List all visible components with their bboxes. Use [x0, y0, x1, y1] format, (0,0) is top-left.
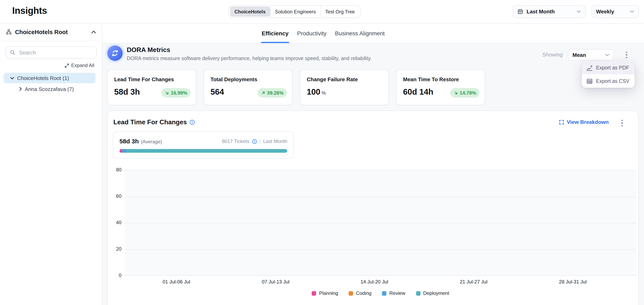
legend-item-coding[interactable]: Coding	[348, 290, 371, 296]
x-tick: 14 Jul-20 Jul	[360, 279, 388, 285]
y-tick: 0	[108, 273, 122, 278]
y-tick: 20	[108, 246, 122, 252]
info-icon[interactable]	[252, 139, 257, 144]
calendar-icon	[517, 8, 523, 15]
lead-time-chart-card: Lead Time For Changes View Breakdown 58d…	[107, 110, 639, 305]
gridline-20	[125, 249, 636, 250]
export-menu: Export as PDF Export as CSV	[582, 61, 635, 88]
sidebar-header: ChoiceHotels Root	[0, 23, 102, 41]
chart-line-plus-icon	[586, 64, 593, 71]
legend-item-planning[interactable]: Planning	[312, 290, 338, 296]
search-icon	[10, 49, 16, 55]
progress-seg-review	[122, 149, 126, 153]
trend-badge: 16.99%	[162, 88, 190, 97]
trend-value: 16.99%	[171, 90, 187, 96]
granularity-select[interactable]: Weekly	[592, 5, 639, 18]
tree-node-choicehotels-root[interactable]: ChoiceHotels Root (1)	[4, 73, 96, 83]
average-value: 58d 3h (Average)	[120, 138, 162, 145]
export-csv-menu-item[interactable]: Export as CSV	[582, 74, 635, 88]
progress-seg-planning	[120, 149, 122, 153]
y-tick: 40	[108, 220, 122, 225]
lead-time-summary-card: 58d 3h (Average) 8017 Tickets | Last Mon…	[113, 131, 294, 158]
active-tab-underline	[261, 42, 289, 43]
metric-title: Lead Time For Changes	[114, 76, 174, 82]
metric-value: 58d 3h	[114, 87, 140, 97]
chart-legend: Planning Coding Review Deployment	[125, 290, 636, 296]
legend-item-deployment[interactable]: Deployment	[416, 290, 449, 296]
chevron-down-icon	[630, 10, 634, 13]
review-swatch	[382, 291, 386, 296]
tree-node-label: ChoiceHotels Root (1)	[17, 75, 69, 81]
metric-title: Total Deployments	[210, 76, 258, 82]
date-range-select[interactable]: Last Month	[513, 5, 586, 18]
metric-value: 564	[210, 87, 224, 97]
x-axis: 01 Jul-06 Jul 07 Jul-13 Jul 14 Jul-20 Ju…	[125, 279, 636, 287]
expand-all-button[interactable]: Expand All	[65, 62, 94, 68]
insights-app: Insights ChoiceHotels Solution Engineers…	[0, 0, 644, 305]
dora-metrics-description: DORA metrics measure software delivery p…	[127, 56, 372, 61]
gridline-80	[125, 170, 636, 171]
view-breakdown-button[interactable]: View Breakdown	[559, 119, 609, 125]
info-icon[interactable]	[189, 119, 195, 125]
coding-swatch	[348, 291, 353, 296]
chevron-right-icon[interactable]	[19, 87, 22, 91]
chart-more-menu-button[interactable]	[619, 118, 625, 128]
average-label: (Average)	[141, 139, 162, 145]
dora-more-menu-button[interactable]	[623, 50, 630, 60]
summary-meta: 8017 Tickets | Last Month	[222, 138, 287, 144]
tab-efficiency[interactable]: Efficiency	[262, 23, 288, 43]
aggregation-value: Mean	[572, 52, 586, 58]
chevron-down-icon[interactable]	[10, 76, 14, 79]
org-hierarchy-icon	[6, 29, 12, 35]
granularity-value: Weekly	[596, 8, 614, 15]
org-tree-sidebar: ChoiceHotels Root Expand All ChoiceHotel…	[0, 23, 102, 305]
arrow-down-right-icon	[454, 90, 458, 95]
org-tab-test-org-tree[interactable]: Test Org Tree	[321, 6, 359, 17]
gridline-0	[125, 275, 636, 276]
chevron-down-icon	[576, 10, 581, 13]
trend-value: 39.26%	[267, 90, 284, 96]
tree-node-label: Anna Scozzafava (7)	[25, 86, 74, 92]
metric-value: 60d 14h	[403, 87, 433, 97]
arrow-up-right-icon	[261, 90, 266, 95]
planning-swatch	[312, 291, 316, 296]
tab-business-alignment[interactable]: Business Alignment	[335, 23, 384, 43]
chart-section-title: Lead Time For Changes	[113, 119, 195, 126]
org-switcher: ChoiceHotels Solution Engineers Test Org…	[228, 5, 361, 18]
dora-metrics-title: DORA Metrics	[127, 46, 170, 54]
legend-item-review[interactable]: Review	[382, 290, 405, 296]
y-tick: 80	[108, 167, 122, 173]
trend-badge: 14.78%	[450, 88, 480, 97]
export-pdf-label: Export as PDF	[596, 65, 629, 70]
chevron-down-icon	[605, 53, 610, 56]
page-title: Insights	[12, 5, 47, 16]
phase-progress-bar	[120, 149, 287, 153]
table-icon	[586, 78, 593, 84]
org-tab-choicehotels[interactable]: ChoiceHotels	[230, 6, 270, 17]
metric-unit: %	[322, 90, 326, 96]
tab-productivity[interactable]: Productivity	[297, 23, 326, 43]
tree-node-anna-scozzafava[interactable]: Anna Scozzafava (7)	[4, 84, 96, 94]
sidebar-title: ChoiceHotels Root	[15, 29, 68, 35]
org-tab-solution-engineers[interactable]: Solution Engineers	[270, 5, 320, 18]
export-pdf-menu-item[interactable]: Export as PDF	[582, 61, 635, 74]
section-tab-bar: Efficiency Productivity Business Alignme…	[102, 23, 644, 43]
period-label: Last Month	[263, 138, 287, 144]
x-tick: 28 Jul-31 Jul	[559, 279, 587, 285]
separator: |	[260, 138, 261, 144]
trend-badge: 39.26%	[258, 88, 287, 97]
metric-card-lead-time: Lead Time For Changes 58d 3h 16.99%	[107, 69, 196, 105]
y-tick: 60	[108, 193, 122, 199]
collapse-panel-button[interactable]	[91, 30, 96, 33]
aggregation-select[interactable]: Mean	[568, 49, 614, 60]
metric-value: 100%	[307, 87, 326, 97]
tickets-count: 8017 Tickets	[222, 138, 249, 144]
deployment-swatch	[416, 291, 420, 296]
expand-all-label: Expand All	[71, 62, 94, 68]
metric-title: Change Failure Rate	[307, 76, 358, 82]
expand-corners-icon	[559, 119, 564, 125]
sidebar-search	[6, 46, 97, 58]
metric-card-change-failure-rate: Change Failure Rate 100%	[300, 69, 389, 105]
x-tick: 21 Jul-27 Jul	[460, 279, 487, 285]
search-input[interactable]	[18, 49, 93, 56]
